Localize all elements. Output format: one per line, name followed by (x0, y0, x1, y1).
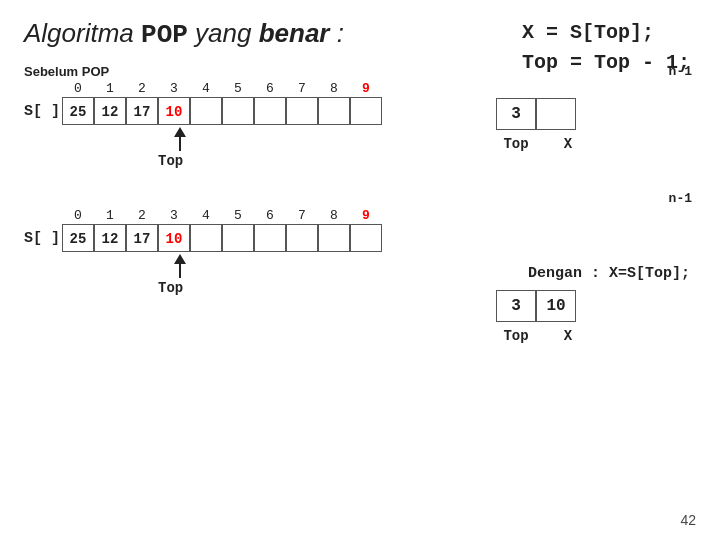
section1-index-row: 0 1 2 3 4 5 6 7 8 9 (62, 81, 696, 96)
section2-index-row: 0 1 2 3 4 5 6 7 8 9 (62, 208, 696, 223)
page-number: 42 (680, 512, 696, 528)
dengan-label: Dengan : X=S[Top]; (528, 265, 690, 282)
section2-top-label-right: Top (496, 328, 536, 344)
section2-right-boxes: 3 10 Top X (496, 290, 600, 344)
section2: n-1 0 1 2 3 4 5 6 7 8 9 S[ ] 25 12 17 10 (24, 191, 696, 300)
section1-top-x-row: Top X (496, 136, 600, 152)
section2-top-label: Top (158, 280, 183, 296)
arrow-shaft (179, 137, 181, 151)
section1-x-label: X (548, 136, 588, 152)
arrow-shaft2 (179, 264, 181, 278)
divider (24, 183, 696, 191)
section2-value-box2: 10 (536, 290, 576, 322)
section2-value-box1: 3 (496, 290, 536, 322)
dengan-area: Dengan : X=S[Top]; (528, 265, 690, 282)
section2-box-row: 3 10 (496, 290, 576, 322)
section2-top-x-row: Top X (496, 328, 600, 344)
section1-top-label: Top (158, 153, 183, 169)
section2-n-label: n-1 (669, 191, 692, 206)
section1-top-arrow-area: Top (62, 127, 696, 173)
section1-label: Sebelum POP (24, 64, 109, 79)
title-middle: yang (188, 18, 259, 48)
section1-empty-box (536, 98, 576, 130)
section2-x-label: X (548, 328, 588, 344)
section2-array-label: S[ ] (24, 230, 62, 247)
code-line1: X = S[Top]; (522, 18, 690, 48)
arrow-head-icon (174, 127, 186, 137)
section1-top-label-right: Top (496, 136, 536, 152)
section1: Sebelum POP n-1 0 1 2 3 4 5 6 7 8 9 S[ ]… (24, 64, 696, 173)
section1-value-box: 3 (496, 98, 536, 130)
section1-box-row: 3 (496, 98, 576, 130)
arrow-head-icon2 (174, 254, 186, 264)
title-accent: benar (259, 18, 330, 48)
section1-array-label: S[ ] (24, 103, 62, 120)
section2-array-row: S[ ] 25 12 17 10 (24, 224, 696, 252)
section1-right-boxes: 3 Top X (496, 98, 600, 152)
section2-arrow (174, 254, 186, 278)
code-panel: X = S[Top]; Top = Top - 1; (522, 18, 690, 78)
title-prefix: Algoritma (24, 18, 141, 48)
code-line2: Top = Top - 1; (522, 48, 690, 78)
title-colon: : (330, 18, 344, 48)
section1-arrow (174, 127, 186, 151)
title-keyword: POP (141, 20, 188, 50)
